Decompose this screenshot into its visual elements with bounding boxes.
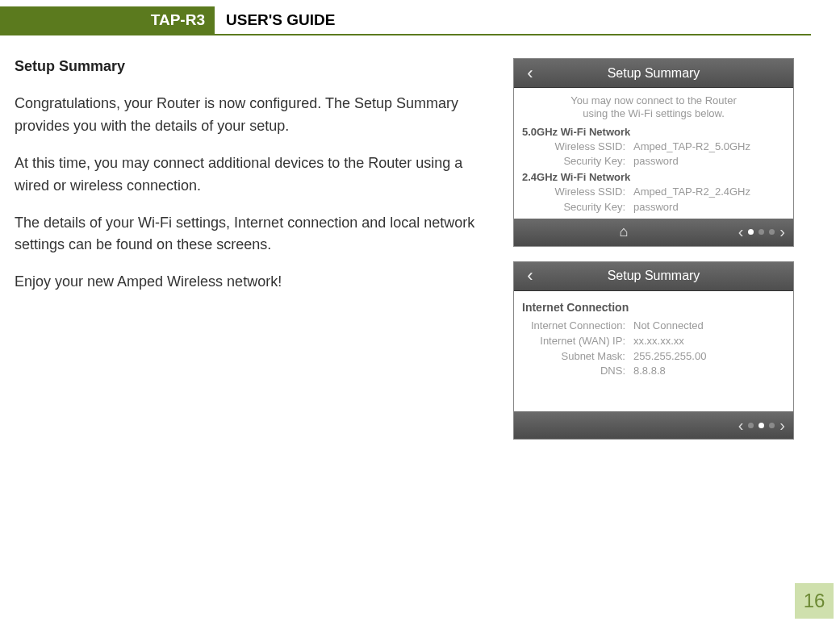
helper-text: You may now connect to the Router using … bbox=[522, 94, 785, 121]
device-screenshot-wifi: ‹ Setup Summary You may now connect to t… bbox=[513, 58, 794, 247]
row-subnet: Subnet Mask: 255.255.255.00 bbox=[522, 349, 785, 365]
page-dot[interactable] bbox=[748, 229, 754, 235]
paragraph: Congratulations, your Router is now conf… bbox=[15, 93, 491, 138]
label: Subnet Mask: bbox=[522, 349, 633, 365]
paragraph: The details of your Wi-Fi settings, Inte… bbox=[15, 212, 491, 257]
row-wan-ip: Internet (WAN) IP: xx.xx.xx.xx bbox=[522, 334, 785, 349]
screen-title: Setup Summary bbox=[546, 269, 793, 283]
chevron-left-icon[interactable]: ‹ bbox=[738, 416, 744, 435]
value: Amped_TAP-R2_2.4GHz bbox=[633, 185, 785, 200]
model-tab: TAP-R3 bbox=[0, 6, 215, 34]
value: Not Connected bbox=[633, 319, 785, 334]
paragraph: At this time, you may connect additional… bbox=[15, 152, 491, 198]
screenshots-column: ‹ Setup Summary You may now connect to t… bbox=[513, 58, 796, 440]
row-dns: DNS: 8.8.8.8 bbox=[522, 364, 785, 379]
chevron-right-icon[interactable]: › bbox=[779, 416, 785, 435]
value: password bbox=[633, 200, 785, 215]
section-title: Setup Summary bbox=[15, 58, 491, 75]
page-number: 16 bbox=[795, 583, 834, 619]
value: password bbox=[633, 154, 785, 169]
label: DNS: bbox=[522, 364, 633, 379]
pager[interactable]: ‹ › bbox=[733, 223, 793, 241]
band-heading-5ghz: 5.0GHz Wi-Fi Network bbox=[522, 126, 785, 138]
label: Internet (WAN) IP: bbox=[522, 334, 633, 349]
text-column: Setup Summary Congratulations, your Rout… bbox=[15, 58, 491, 440]
row-ssid-24ghz: Wireless SSID: Amped_TAP-R2_2.4GHz bbox=[522, 185, 785, 200]
value: Amped_TAP-R2_5.0GHz bbox=[633, 140, 785, 155]
chevron-right-icon[interactable]: › bbox=[779, 223, 785, 241]
screen-body: Internet Connection Internet Connection:… bbox=[514, 291, 793, 411]
screen-header: ‹ Setup Summary bbox=[514, 59, 793, 88]
row-connection: Internet Connection: Not Connected bbox=[522, 319, 785, 334]
value: 8.8.8.8 bbox=[633, 364, 785, 379]
label: Internet Connection: bbox=[522, 319, 633, 334]
row-key-24ghz: Security Key: password bbox=[522, 200, 785, 215]
value: 255.255.255.00 bbox=[633, 349, 785, 365]
page-dot[interactable] bbox=[769, 229, 775, 235]
paragraph: Enjoy your new Amped Wireless network! bbox=[15, 271, 491, 294]
value: xx.xx.xx.xx bbox=[633, 334, 785, 349]
label: Security Key: bbox=[522, 154, 633, 169]
page-dot[interactable] bbox=[748, 423, 754, 428]
band-heading-24ghz: 2.4GHz Wi-Fi Network bbox=[522, 171, 785, 183]
home-icon[interactable]: ⌂ bbox=[617, 223, 629, 240]
screen-title: Setup Summary bbox=[546, 66, 793, 81]
page-dot[interactable] bbox=[759, 229, 764, 235]
screen-footer: ‹ › bbox=[514, 411, 793, 439]
label: Security Key: bbox=[522, 200, 633, 215]
doc-header: TAP-R3 USER'S GUIDE bbox=[0, 6, 811, 35]
internet-heading: Internet Connection bbox=[522, 301, 785, 314]
screen-header: ‹ Setup Summary bbox=[514, 262, 793, 291]
pager[interactable]: ‹ › bbox=[733, 416, 793, 435]
label: Wireless SSID: bbox=[522, 140, 633, 155]
device-screenshot-internet: ‹ Setup Summary Internet Connection Inte… bbox=[513, 261, 794, 440]
screen-body: You may now connect to the Router using … bbox=[514, 88, 793, 219]
content: Setup Summary Congratulations, your Rout… bbox=[0, 35, 840, 440]
page-dot[interactable] bbox=[759, 423, 764, 428]
label: Wireless SSID: bbox=[522, 185, 633, 200]
row-key-5ghz: Security Key: password bbox=[522, 154, 785, 169]
page-dot[interactable] bbox=[769, 423, 775, 428]
doc-title: USER'S GUIDE bbox=[215, 6, 335, 34]
back-icon[interactable]: ‹ bbox=[514, 63, 546, 84]
back-icon[interactable]: ‹ bbox=[514, 265, 546, 286]
screen-footer: ⌂ ‹ › bbox=[514, 219, 793, 246]
chevron-left-icon[interactable]: ‹ bbox=[738, 223, 744, 241]
row-ssid-5ghz: Wireless SSID: Amped_TAP-R2_5.0GHz bbox=[522, 140, 785, 155]
